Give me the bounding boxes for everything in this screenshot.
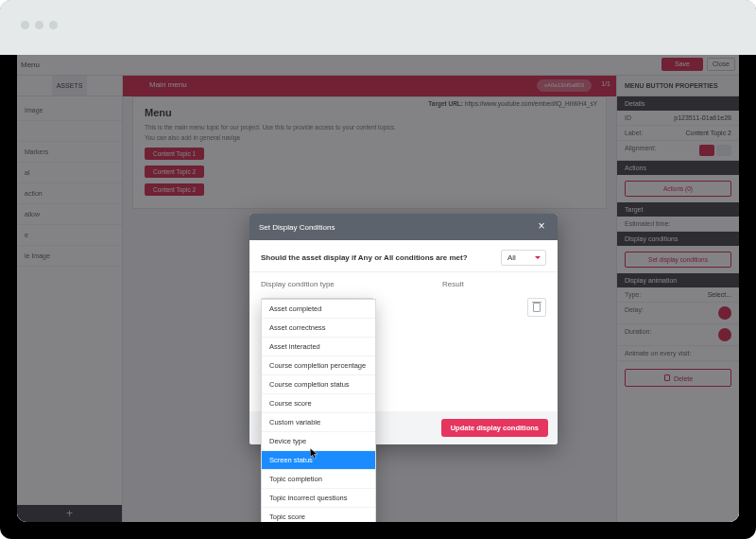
window-dot xyxy=(35,21,43,29)
modal-question-row: Should the asset display if Any or All c… xyxy=(249,240,558,272)
dropdown-option[interactable]: Custom variable xyxy=(262,413,375,432)
cursor-icon xyxy=(310,448,318,460)
col-condition-type: Display condition type xyxy=(261,280,442,288)
viewport: Menu Save Close ASSETS Image Markers al … xyxy=(17,55,739,522)
dropdown-option[interactable]: Screen status xyxy=(262,451,375,470)
window-dots xyxy=(21,21,58,29)
modal-title: Set Display Conditions xyxy=(259,223,335,232)
dropdown-option[interactable]: Asset completed xyxy=(262,300,375,319)
browser-chrome xyxy=(0,0,756,55)
modal-question: Should the asset display if Any or All c… xyxy=(261,253,491,262)
update-conditions-button[interactable]: Update display conditions xyxy=(441,419,548,437)
dropdown-option[interactable]: Device type xyxy=(262,432,375,451)
dropdown-option[interactable]: Topic completion xyxy=(262,470,375,489)
window-dot xyxy=(21,21,29,29)
dropdown-option[interactable]: Course completion status xyxy=(262,375,375,394)
modal-header: Set Display Conditions × xyxy=(249,214,558,240)
delete-row-button[interactable] xyxy=(527,298,546,317)
dropdown-option[interactable]: Course score xyxy=(262,394,375,413)
browser-frame: Menu Save Close ASSETS Image Markers al … xyxy=(0,0,756,539)
window-dot xyxy=(49,21,58,29)
app: Menu Save Close ASSETS Image Markers al … xyxy=(17,55,739,522)
dropdown-option[interactable]: Course completion percentage xyxy=(262,356,375,375)
condition-type-dropdown: Asset completedAsset correctnessAsset in… xyxy=(261,299,376,522)
dropdown-option[interactable]: Asset correctness xyxy=(262,319,375,338)
col-result: Result xyxy=(442,280,546,288)
dropdown-option[interactable]: Topic score xyxy=(262,508,375,522)
any-all-select[interactable]: All xyxy=(501,250,546,266)
close-icon[interactable]: × xyxy=(535,220,548,234)
dropdown-option[interactable]: Asset interacted xyxy=(262,338,375,356)
modal-column-headers: Display condition type Result xyxy=(249,272,558,294)
dropdown-option[interactable]: Topic incorrect questions xyxy=(262,489,375,508)
